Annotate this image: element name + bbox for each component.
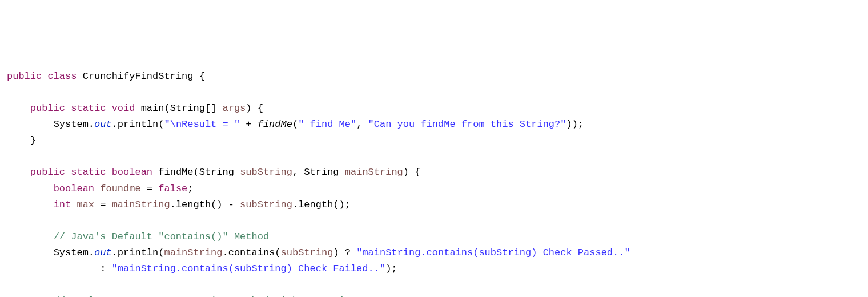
println: .println(: [112, 119, 164, 130]
comma: ,: [356, 119, 368, 130]
string-literal: "Can you findMe from this String?": [368, 119, 566, 130]
equals: =: [94, 199, 112, 210]
string-literal: "mainString.contains(subString) Check Pa…: [356, 247, 630, 258]
keyword-void: void: [112, 103, 135, 114]
keyword-public: public: [30, 103, 65, 114]
local-foundme: foundme: [100, 183, 140, 194]
param-substring: subString: [240, 167, 292, 178]
contains-call: .contains(: [223, 247, 281, 258]
method-name: main: [141, 103, 164, 114]
method-call-findme: findMe: [258, 119, 292, 130]
param-mainstring: mainString: [112, 199, 170, 210]
param-substring: subString: [281, 247, 333, 258]
field-out: out: [94, 247, 112, 258]
equals: =: [141, 183, 159, 194]
brace-close: }: [30, 135, 36, 146]
keyword-boolean: boolean: [112, 167, 152, 178]
keyword-public: public: [7, 71, 42, 82]
keyword-boolean: boolean: [54, 183, 94, 194]
system: System.: [54, 247, 94, 258]
code-block: public class CrunchifyFindString { publi…: [7, 69, 861, 297]
field-out: out: [94, 119, 112, 130]
keyword-int: int: [54, 199, 71, 210]
keyword-static: static: [71, 167, 106, 178]
indent: [7, 199, 54, 210]
indent: [7, 103, 30, 114]
indent: [7, 119, 54, 130]
indent: [7, 263, 100, 274]
string-literal: "mainString.contains(subString) Check Fa…: [112, 263, 385, 274]
ternary: ) ?: [333, 247, 356, 258]
println: .println(: [112, 247, 164, 258]
comment: // Java's Default "contains()" Method: [54, 231, 269, 242]
keyword-class: class: [47, 71, 77, 82]
method-name: findMe: [158, 167, 193, 178]
params-open: (String[]: [164, 103, 222, 114]
system: System.: [54, 119, 94, 130]
class-name: CrunchifyFindString: [83, 71, 194, 82]
indent: [7, 247, 54, 258]
indent: [7, 183, 54, 194]
param-mainstring: mainString: [345, 167, 403, 178]
keyword-static: static: [71, 103, 106, 114]
local-max: max: [77, 199, 94, 210]
params-open: (String: [194, 167, 240, 178]
colon: :: [100, 263, 111, 274]
param-args: args: [223, 103, 246, 114]
string-literal: " find Me": [298, 119, 356, 130]
keyword-false: false: [158, 183, 187, 194]
paren-close: ));: [566, 119, 584, 130]
params-close: ) {: [403, 167, 421, 178]
semicolon: ;: [187, 183, 193, 194]
indent: [7, 231, 54, 242]
paren-open: (: [292, 119, 298, 130]
string-literal: "\nResult = ": [164, 119, 240, 130]
keyword-public: public: [30, 167, 65, 178]
indent: [7, 167, 30, 178]
param-substring: subString: [240, 199, 292, 210]
length-call: .length();: [292, 199, 351, 210]
brace: {: [193, 71, 204, 82]
plus: +: [240, 119, 258, 130]
paren-close: );: [385, 263, 397, 274]
params-close: ) {: [246, 103, 263, 114]
length-call: .length() -: [170, 199, 240, 210]
comma: , String: [292, 167, 345, 178]
param-mainstring: mainString: [164, 247, 222, 258]
indent: [7, 135, 30, 146]
